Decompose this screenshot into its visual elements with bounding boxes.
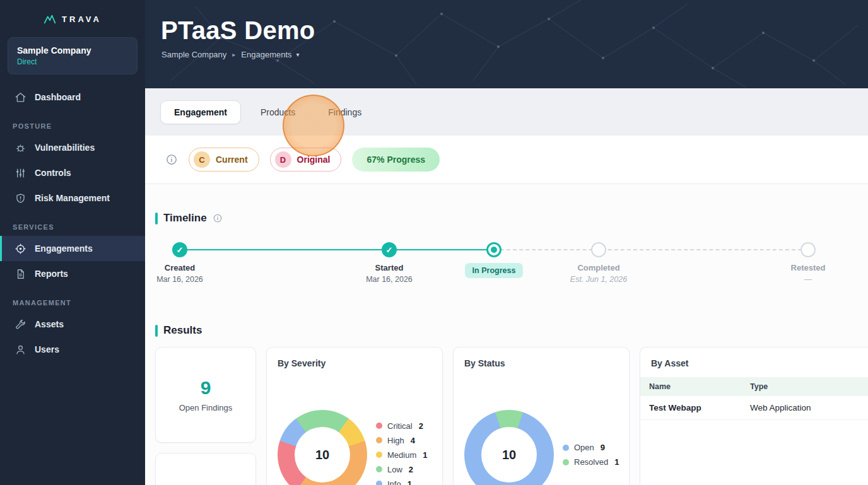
nav-section-posture: POSTURE (0, 110, 145, 135)
sidebar-item-label: Engagements (35, 243, 93, 254)
asset-row[interactable]: Test Webapp Web Application (640, 396, 868, 420)
chevron-down-icon[interactable]: ▾ (296, 51, 300, 58)
results-section-header: Results (155, 324, 868, 337)
sidebar-item-label: Vulnerabilities (35, 143, 95, 153)
status-legend: Open 9 Resolved 1 (563, 443, 619, 467)
nav-section-management: MANAGEMENT (0, 286, 145, 312)
severity-legend: Critical 2 High 4 Medium 1 (376, 421, 427, 485)
status-donut-chart: 10 (464, 410, 554, 485)
info-icon[interactable] (213, 213, 223, 223)
original-label: Original (297, 155, 331, 165)
pending-step-circle (591, 242, 606, 257)
breadcrumb-separator-icon: ▸ (232, 51, 235, 58)
secondary-summary-card (155, 453, 256, 485)
current-abbr-badge: C (194, 151, 210, 168)
company-name: Sample Company (17, 45, 128, 56)
tab-bar: Engagement Products Findings (145, 88, 868, 136)
asset-table-header: Name Type (640, 377, 868, 396)
sidebar-item-label: Dashboard (35, 92, 81, 102)
legend-item-low: Low 2 (376, 465, 427, 474)
check-icon: ✓ (382, 242, 397, 257)
current-filter-pill[interactable]: C Current (189, 148, 259, 172)
sidebar-nav: Dashboard POSTURE Vulnerabilities (0, 82, 145, 485)
current-label: Current (216, 155, 248, 165)
in-progress-badge: In Progress (465, 263, 524, 278)
home-icon (15, 91, 26, 103)
legend-item-open: Open 9 (563, 443, 619, 452)
info-icon[interactable] (165, 153, 178, 166)
timeline-step-in-progress: In Progress (438, 242, 549, 278)
high-dot (376, 437, 382, 443)
medium-dot (376, 452, 382, 458)
sidebar-item-label: Controls (35, 168, 71, 178)
sidebar-item-label: Assets (35, 319, 64, 329)
tab-engagement[interactable]: Engagement (160, 100, 241, 124)
wrench-icon (15, 318, 26, 330)
by-severity-card: By Severity 10 Critical 2 (266, 347, 443, 485)
results-cards: 9 Open Findings By Severity 10 (155, 347, 868, 485)
sidebar-item-dashboard[interactable]: Dashboard (0, 85, 145, 110)
sidebar-item-controls[interactable]: Controls (0, 160, 145, 185)
sidebar-item-label: Reports (35, 269, 68, 279)
by-severity-title: By Severity (278, 358, 431, 368)
legend-item-medium: Medium 1 (376, 450, 427, 460)
sidebar-item-assets[interactable]: Assets (0, 312, 145, 337)
accent-bar (155, 325, 158, 337)
progress-badge: 67% Progress (352, 148, 440, 172)
trava-logo-text: TRAVA (62, 15, 102, 24)
bug-icon (15, 142, 26, 154)
company-selector[interactable]: Sample Company Direct (8, 37, 138, 74)
shield-alert-icon (15, 192, 26, 204)
severity-total: 10 (295, 427, 350, 482)
app-root: TRAVA Sample Company Direct Dashboard PO… (0, 0, 868, 485)
user-icon (15, 344, 26, 356)
tab-products[interactable]: Products (247, 101, 308, 124)
sidebar-item-label: Users (35, 344, 59, 354)
by-status-title: By Status (464, 358, 618, 368)
info-dot (376, 481, 382, 485)
summary-card-column: 9 Open Findings (155, 347, 256, 485)
timeline-step-completed: Completed Est. Jun 1, 2026 (543, 242, 654, 284)
engagement-status-bar: C Current D Original 67% Progress (145, 136, 868, 184)
page-header: PTaaS Demo Sample Company ▸ Engagements … (145, 0, 868, 88)
legend-item-critical: Critical 2 (376, 421, 427, 431)
status-donut-row: 10 Open 9 Resolved 1 (464, 410, 618, 485)
legend-item-high: High 4 (376, 436, 427, 445)
sidebar-item-label: Risk Management (35, 193, 110, 203)
company-type: Direct (17, 57, 128, 66)
check-icon: ✓ (172, 242, 187, 257)
breadcrumb-current[interactable]: Engagements (241, 50, 291, 59)
by-status-card: By Status 10 Open 9 (453, 347, 630, 485)
original-filter-pill[interactable]: D Original (270, 148, 342, 172)
severity-donut-row: 10 Critical 2 High 4 (278, 410, 431, 485)
timeline-step-started: ✓ Started Mar 16, 2026 (334, 242, 445, 284)
resolved-dot (563, 459, 569, 465)
timeline-step-retested: Retested — (753, 242, 864, 284)
asset-table: Name Type Test Webapp Web Application (640, 377, 868, 420)
by-asset-card: By Asset Name Type Test Webapp Web Appli… (640, 347, 868, 485)
sidebar-item-users[interactable]: Users (0, 337, 145, 362)
by-asset-title: By Asset (640, 358, 868, 368)
timeline-title: Timeline (163, 212, 207, 225)
nav-section-services: SERVICES (0, 211, 145, 236)
original-abbr-badge: D (275, 151, 291, 168)
sidebar-item-vulnerabilities[interactable]: Vulnerabilities (0, 135, 145, 160)
asset-type-cell: Web Application (741, 396, 868, 420)
trava-logo: TRAVA (0, 0, 145, 32)
tab-findings[interactable]: Findings (315, 101, 375, 124)
legend-item-resolved: Resolved 1 (563, 457, 619, 467)
sidebar-item-risk-management[interactable]: Risk Management (0, 185, 145, 211)
sliders-icon (15, 167, 26, 179)
column-header-type: Type (741, 377, 868, 396)
trava-logo-icon (44, 14, 56, 25)
target-icon (15, 243, 26, 255)
asset-name-cell: Test Webapp (640, 396, 741, 420)
breadcrumb-parent[interactable]: Sample Company (161, 50, 226, 59)
open-findings-card[interactable]: 9 Open Findings (155, 347, 256, 443)
status-total: 10 (481, 427, 537, 482)
sidebar-item-reports[interactable]: Reports (0, 261, 145, 286)
pending-step-circle (801, 242, 816, 257)
legend-item-info: Info 1 (376, 479, 427, 485)
sidebar-item-engagements[interactable]: Engagements (0, 236, 145, 261)
open-findings-count: 9 (201, 377, 211, 399)
